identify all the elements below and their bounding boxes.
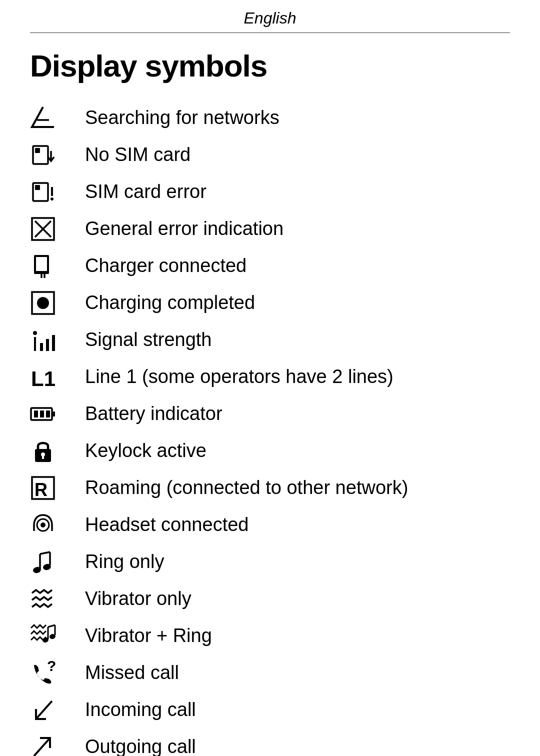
sim-error-label: SIM card error	[85, 180, 206, 204]
missed-call-icon: ?	[30, 660, 85, 686]
battery-indicator-icon	[30, 401, 85, 427]
list-item: SIM card error	[30, 178, 510, 206]
svg-rect-26	[34, 410, 38, 418]
list-item: Vibrator only	[30, 584, 510, 614]
signal-strength-label: Signal strength	[85, 328, 212, 352]
list-item: L1 Line 1 (some operators have 2 lines)	[30, 362, 510, 392]
svg-line-48	[34, 738, 50, 756]
ring-only-label: Ring only	[85, 550, 164, 574]
no-sim-label: No SIM card	[85, 142, 190, 167]
svg-rect-20	[40, 343, 43, 351]
list-item: Charging completed	[30, 288, 510, 318]
list-item: Ring only	[30, 548, 510, 576]
missed-call-label: Missed call	[85, 660, 179, 685]
headset-connected-label: Headset connected	[85, 512, 248, 537]
svg-rect-25	[52, 412, 55, 416]
general-error-label: General error indication	[85, 216, 284, 241]
roaming-icon: R	[30, 475, 85, 501]
sim-error-icon	[30, 179, 85, 205]
svg-rect-21	[46, 339, 49, 351]
vibrator-only-icon	[30, 586, 85, 612]
svg-rect-6	[35, 185, 40, 190]
headset-connected-icon	[30, 512, 85, 538]
charging-completed-icon	[30, 290, 85, 316]
keylock-active-label: Keylock active	[85, 438, 206, 463]
list-item: Headset connected	[30, 510, 510, 540]
svg-text:R: R	[34, 480, 48, 500]
svg-point-8	[50, 198, 54, 200]
battery-indicator-label: Battery indicator	[85, 402, 222, 426]
list-item: Incoming call	[30, 696, 510, 724]
page-title: Display symbols	[30, 48, 510, 84]
page-container: English Display symbols Searching for ne…	[0, 0, 540, 756]
list-item: General error indication	[30, 214, 510, 244]
list-item: ? Missed call	[30, 658, 510, 688]
svg-rect-31	[42, 456, 44, 459]
list-item: Battery indicator	[30, 400, 510, 428]
svg-rect-3	[35, 148, 40, 153]
list-item: Charger connected	[30, 252, 510, 280]
signal-strength-icon	[30, 327, 85, 353]
svg-line-36	[40, 552, 50, 554]
svg-rect-27	[40, 410, 44, 418]
list-item: Searching for networks	[30, 104, 510, 132]
roaming-label: Roaming (connected to other network)	[85, 476, 408, 500]
searching-networks-icon	[30, 105, 85, 131]
list-item: No SIM card	[30, 140, 510, 170]
symbols-list: Searching for networks No SIM card	[30, 104, 510, 756]
svg-point-30	[41, 452, 45, 456]
keylock-active-icon	[30, 438, 85, 464]
charging-completed-label: Charging completed	[85, 290, 255, 315]
vibrator-only-label: Vibrator only	[85, 586, 192, 611]
header-divider	[30, 32, 510, 33]
outgoing-call-icon	[30, 734, 85, 756]
line1-label: Line 1 (some operators have 2 lines)	[85, 364, 394, 389]
incoming-call-label: Incoming call	[85, 698, 196, 722]
charger-connected-icon	[30, 253, 85, 279]
vibrator-ring-icon	[30, 623, 85, 649]
general-error-icon	[30, 216, 85, 242]
list-item: Outgoing call	[30, 732, 510, 756]
searching-networks-label: Searching for networks	[85, 106, 280, 130]
svg-point-35	[40, 522, 46, 528]
svg-rect-22	[52, 335, 55, 351]
line1-icon: L1	[30, 364, 85, 390]
outgoing-call-label: Outgoing call	[85, 734, 196, 756]
svg-line-41	[48, 625, 55, 627]
no-sim-icon	[30, 142, 85, 168]
list-item: Keylock active	[30, 436, 510, 466]
svg-text:?: ?	[47, 660, 56, 674]
svg-rect-28	[46, 410, 50, 418]
list-item: Signal strength	[30, 326, 510, 354]
svg-rect-13	[36, 257, 47, 271]
list-item: R Roaming (connected to other network)	[30, 474, 510, 502]
list-item: Vibrator + Ring	[30, 622, 510, 650]
header-english: English	[30, 0, 510, 32]
ring-only-icon	[30, 549, 85, 575]
svg-point-17	[37, 297, 49, 309]
svg-point-18	[33, 331, 37, 335]
incoming-call-icon	[30, 697, 85, 723]
vibrator-ring-label: Vibrator + Ring	[85, 624, 212, 648]
svg-text:L1: L1	[31, 367, 56, 390]
charger-connected-label: Charger connected	[85, 254, 246, 278]
svg-line-47	[36, 701, 52, 719]
